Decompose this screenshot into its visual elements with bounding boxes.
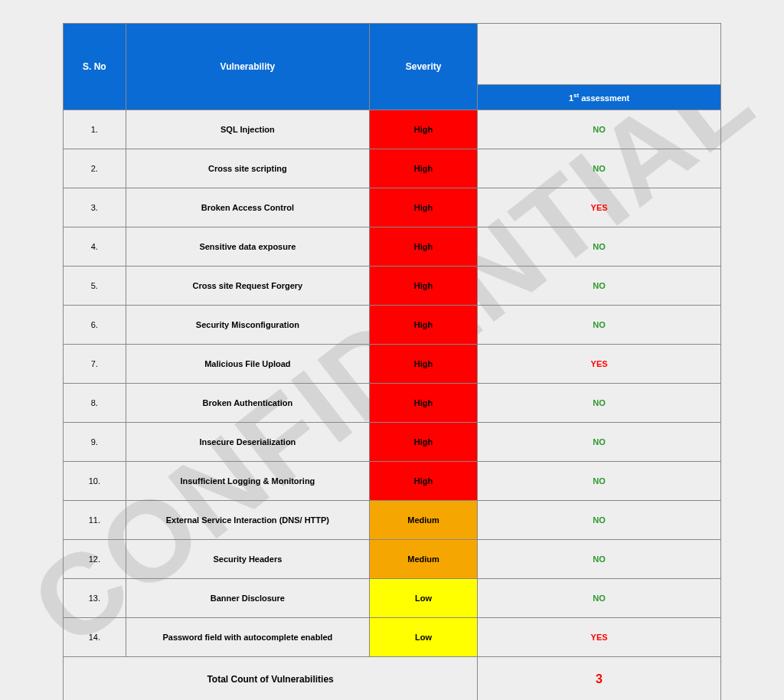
cell-assessment: NO bbox=[478, 384, 721, 423]
cell-vulnerability: External Service Interaction (DNS/ HTTP) bbox=[126, 501, 369, 540]
table-row: 11.External Service Interaction (DNS/ HT… bbox=[64, 501, 721, 540]
table-row: 4.Sensitive data exposureHighNO bbox=[64, 227, 721, 267]
col-header-severity: Severity bbox=[370, 24, 478, 110]
cell-vulnerability: Malicious File Upload bbox=[126, 345, 369, 384]
cell-vulnerability: Security Headers bbox=[126, 540, 369, 579]
cell-assessment: YES bbox=[478, 188, 721, 227]
cell-vulnerability: Password field with autocomplete enabled bbox=[126, 618, 369, 657]
cell-assessment: YES bbox=[478, 618, 721, 657]
cell-vulnerability: SQL Injection bbox=[126, 110, 369, 149]
cell-sno: 3. bbox=[64, 188, 126, 227]
table-row: 10.Insufficient Logging & MonitoringHigh… bbox=[64, 462, 721, 501]
cell-assessment: NO bbox=[478, 462, 721, 501]
cell-sno: 10. bbox=[64, 462, 126, 501]
table-row: 5.Cross site Request ForgeryHighNO bbox=[64, 267, 721, 306]
table-row: 7.Malicious File UploadHighYES bbox=[64, 345, 721, 384]
cell-vulnerability: Broken Access Control bbox=[126, 188, 369, 227]
cell-assessment: NO bbox=[478, 501, 721, 540]
cell-sno: 14. bbox=[64, 618, 126, 657]
cell-severity: High bbox=[370, 423, 478, 462]
cell-sno: 6. bbox=[64, 306, 126, 345]
cell-assessment: NO bbox=[478, 579, 721, 618]
col-header-assessment: 1st assessment bbox=[478, 85, 721, 110]
cell-assessment: NO bbox=[478, 110, 721, 149]
table-row: 14.Password field with autocomplete enab… bbox=[64, 618, 721, 657]
cell-severity: Low bbox=[370, 579, 478, 618]
cell-vulnerability: Cross site Request Forgery bbox=[126, 267, 369, 306]
col-header-vulnerability: Vulnerability bbox=[126, 24, 369, 110]
cell-sno: 9. bbox=[64, 423, 126, 462]
cell-vulnerability: Sensitive data exposure bbox=[126, 227, 369, 267]
vulnerability-table: S. No Vulnerability Severity 1st assessm… bbox=[63, 23, 721, 700]
cell-vulnerability: Insufficient Logging & Monitoring bbox=[126, 462, 369, 501]
cell-assessment: NO bbox=[478, 423, 721, 462]
cell-vulnerability: Cross site scripting bbox=[126, 149, 369, 188]
table-row: 2.Cross site scriptingHighNO bbox=[64, 149, 721, 188]
cell-severity: High bbox=[370, 384, 478, 423]
cell-vulnerability: Broken Authentication bbox=[126, 384, 369, 423]
cell-sno: 12. bbox=[64, 540, 126, 579]
table-row: 13.Banner DisclosureLowNO bbox=[64, 579, 721, 618]
cell-severity: High bbox=[370, 227, 478, 267]
cell-severity: High bbox=[370, 345, 478, 384]
cell-vulnerability: Insecure Deserialization bbox=[126, 423, 369, 462]
cell-severity: High bbox=[370, 149, 478, 188]
cell-severity: High bbox=[370, 267, 478, 306]
cell-assessment: NO bbox=[478, 149, 721, 188]
cell-severity: Medium bbox=[370, 501, 478, 540]
cell-assessment: YES bbox=[478, 345, 721, 384]
cell-assessment: NO bbox=[478, 267, 721, 306]
cell-assessment: NO bbox=[478, 540, 721, 579]
cell-severity: High bbox=[370, 188, 478, 227]
cell-severity: High bbox=[370, 110, 478, 149]
cell-vulnerability: Banner Disclosure bbox=[126, 579, 369, 618]
table-row: 3.Broken Access ControlHighYES bbox=[64, 188, 721, 227]
col-header-empty bbox=[478, 24, 721, 85]
cell-sno: 13. bbox=[64, 579, 126, 618]
cell-sno: 5. bbox=[64, 267, 126, 306]
cell-vulnerability: Security Misconfiguration bbox=[126, 306, 369, 345]
table-row: 1.SQL InjectionHighNO bbox=[64, 110, 721, 149]
table-row: 12.Security HeadersMediumNO bbox=[64, 540, 721, 579]
cell-sno: 2. bbox=[64, 149, 126, 188]
cell-sno: 8. bbox=[64, 384, 126, 423]
cell-sno: 4. bbox=[64, 227, 126, 267]
cell-sno: 1. bbox=[64, 110, 126, 149]
cell-assessment: NO bbox=[478, 306, 721, 345]
cell-severity: Medium bbox=[370, 540, 478, 579]
cell-severity: High bbox=[370, 306, 478, 345]
table-row: 9.Insecure DeserializationHighNO bbox=[64, 423, 721, 462]
table-row: 8.Broken AuthenticationHighNO bbox=[64, 384, 721, 423]
cell-sno: 7. bbox=[64, 345, 126, 384]
total-label: Total Count of Vulnerabilities bbox=[64, 657, 478, 701]
cell-severity: High bbox=[370, 462, 478, 501]
col-header-sno: S. No bbox=[64, 24, 126, 110]
cell-assessment: NO bbox=[478, 227, 721, 267]
table-row: 6.Security MisconfigurationHighNO bbox=[64, 306, 721, 345]
total-count: 3 bbox=[478, 657, 721, 701]
cell-sno: 11. bbox=[64, 501, 126, 540]
cell-severity: Low bbox=[370, 618, 478, 657]
